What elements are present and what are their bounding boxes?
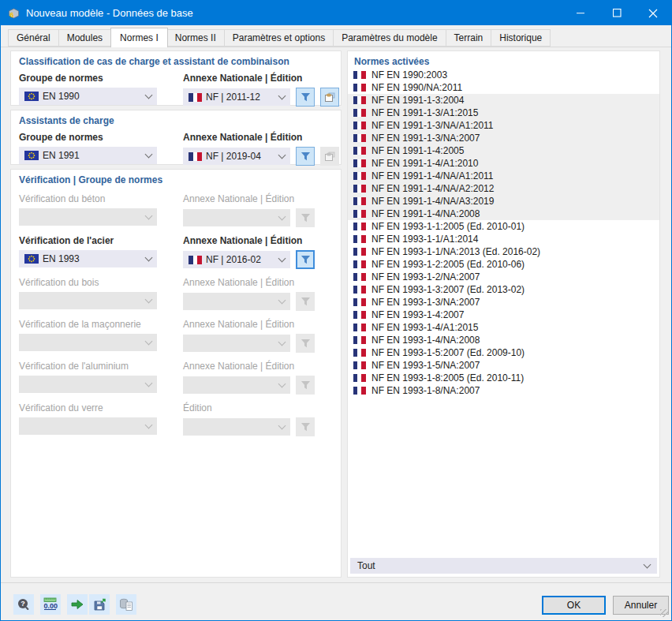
tab-terrain[interactable]: Terrain: [446, 29, 492, 47]
standards-filter-select[interactable]: Tout: [350, 558, 657, 574]
tab-parametres-et-options[interactable]: Paramètres et options: [225, 29, 334, 47]
national-annex-select[interactable]: NF | 2011-12: [183, 88, 290, 106]
tab-normes-ii[interactable]: Normes II: [167, 29, 225, 47]
filter-funnel-icon: [301, 380, 311, 391]
national-annex-select[interactable]: [183, 418, 290, 436]
norm-list-item[interactable]: NF EN 1991-1-4/NA:2008: [348, 208, 659, 220]
close-icon: [648, 9, 658, 18]
norm-list-item[interactable]: NF EN 1993-1-5:2007 (Ed. 2009-10): [348, 346, 659, 359]
tab-historique[interactable]: Historique: [491, 29, 551, 47]
norm-list-item[interactable]: NF EN 1991-1-3/NA/A1:2011: [348, 119, 659, 132]
minimize-button[interactable]: [562, 1, 599, 25]
france-flag-icon: [353, 349, 366, 357]
norm-list-item[interactable]: NF EN 1993-1-3:2007 (Ed. 2013-02): [348, 283, 659, 296]
filter-button[interactable]: [296, 88, 315, 107]
verification-type-label: Vérification du verre: [19, 402, 157, 414]
norm-list-item[interactable]: NF EN 1993-1-4:2007: [348, 309, 659, 321]
norm-list-item[interactable]: NF EN 1991-1-4:2005: [348, 144, 659, 157]
standard-group-select[interactable]: [19, 376, 157, 393]
title-bar[interactable]: 6 Nouveau modèle - Données de base: [1, 1, 671, 25]
national-annex-select[interactable]: [183, 376, 290, 394]
national-annex-select[interactable]: [183, 209, 290, 226]
units-decimals-button[interactable]: 0.00: [40, 594, 61, 615]
annex-value: NF | 2011-12: [206, 92, 260, 103]
standard-group-select[interactable]: EN 1990: [19, 88, 157, 105]
national-annex-select[interactable]: NF | 2019-04: [183, 148, 290, 165]
comment-icon: [70, 598, 84, 611]
norm-list-item[interactable]: NF EN 1991-1-3/A1:2015: [348, 107, 659, 119]
norm-list-item[interactable]: NF EN 1993-1-2/NA:2007: [348, 271, 659, 283]
france-flag-icon: [353, 84, 366, 92]
norm-list-item[interactable]: NF EN 1993-1-8/NA:2007: [348, 384, 659, 397]
norm-list-item[interactable]: NF EN 1990/NA:2011: [348, 81, 659, 94]
eu-flag-icon: [24, 254, 39, 264]
norm-list-item[interactable]: NF EN 1991-1-4/NA/A2:2012: [348, 182, 659, 195]
chevron-down-icon: [145, 254, 153, 262]
standard-group-select[interactable]: EN 1991: [19, 147, 157, 164]
national-annex-select[interactable]: [183, 293, 290, 310]
filter-button[interactable]: [296, 147, 315, 166]
save-template-button[interactable]: [89, 594, 110, 615]
norm-list-item[interactable]: NF EN 1991-1-3:2004: [348, 94, 659, 107]
standard-group-select[interactable]: [19, 334, 157, 351]
verification-type-label: Vérification de la maçonnerie: [19, 319, 157, 331]
filter-funnel-icon: [301, 297, 311, 307]
verification-row: Vérification de l'aluminium Annexe Natio…: [19, 361, 333, 395]
tab-general[interactable]: Général: [8, 29, 59, 47]
ok-button[interactable]: OK: [542, 596, 606, 615]
norm-list-item[interactable]: NF EN 1991-1-4/NA/A1:2011: [348, 170, 659, 182]
filter-button[interactable]: [296, 208, 315, 227]
help-button[interactable]: ?: [13, 594, 34, 615]
norm-list-item[interactable]: NF EN 1993-1-3/NA:2007: [348, 296, 659, 309]
norm-list-item[interactable]: NF EN 1990:2003: [348, 69, 659, 81]
norm-list-item[interactable]: NF EN 1991-1-3/NA:2007: [348, 132, 659, 144]
tab-normes-i[interactable]: Normes I: [110, 28, 168, 47]
filter-button[interactable]: [296, 250, 315, 269]
standard-group-select[interactable]: [19, 208, 157, 226]
norm-label: NF EN 1993-1-4/A1:2015: [371, 322, 478, 333]
norm-list-item[interactable]: NF EN 1993-1-2:2005 (Ed. 2010-06): [348, 258, 659, 271]
section-title: Vérification | Groupe de normes: [11, 170, 341, 185]
annex-value: NF | 2016-02: [206, 254, 261, 265]
verification-row: Vérification du béton Annexe Nationale |…: [19, 193, 333, 227]
standard-group-select[interactable]: [19, 417, 157, 435]
filter-button[interactable]: [296, 376, 315, 395]
maximize-button[interactable]: [599, 1, 635, 25]
norm-label: NF EN 1993-1-2:2005 (Ed. 2010-06): [371, 259, 525, 270]
france-flag-icon: [353, 134, 366, 142]
norm-label: NF EN 1990:2003: [371, 69, 447, 80]
norm-list-item[interactable]: NF EN 1993-1-1:2005 (Ed. 2010-01): [348, 220, 659, 233]
norm-list-item[interactable]: NF EN 1993-1-1/NA:2013 (Ed. 2016-02): [348, 245, 659, 258]
france-flag-icon: [353, 311, 366, 319]
filter-button[interactable]: [296, 292, 315, 311]
help-icon: ?: [17, 597, 31, 612]
standard-group-select[interactable]: EN 1993: [19, 250, 157, 267]
verification-groupbox: Vérification | Groupe de normes Vérifica…: [10, 169, 342, 578]
comment-button[interactable]: [67, 594, 88, 615]
norm-list-item[interactable]: NF EN 1993-1-4/A1:2015: [348, 321, 659, 334]
norm-list-item[interactable]: NF EN 1993-1-1/A1:2014: [348, 233, 659, 245]
verification-row: Vérification du verre Édition: [19, 402, 333, 436]
filter-button[interactable]: [296, 417, 315, 436]
annex-settings-button[interactable]: [320, 147, 339, 166]
filter-button[interactable]: [296, 334, 315, 353]
resize-grip[interactable]: [660, 609, 668, 617]
norm-list-item[interactable]: NF EN 1993-1-5/NA:2007: [348, 359, 659, 372]
tab-modules[interactable]: Modules: [59, 29, 111, 47]
norm-list-item[interactable]: NF EN 1991-1-4/NA/A3:2019: [348, 195, 659, 208]
norm-list-item[interactable]: NF EN 1993-1-8:2005 (Ed. 2010-11): [348, 372, 659, 384]
chevron-down-icon: [145, 151, 153, 159]
verification-type-label: Vérification de l'aluminium: [19, 361, 157, 372]
france-flag-icon: [353, 273, 366, 281]
annex-settings-button[interactable]: [320, 88, 339, 107]
chevron-down-icon: [278, 255, 286, 263]
national-annex-select[interactable]: NF | 2016-02: [183, 251, 290, 268]
copy-model-button[interactable]: [116, 594, 136, 615]
norm-list-item[interactable]: NF EN 1991-1-4/A1:2010: [348, 157, 659, 170]
national-annex-select[interactable]: [183, 335, 290, 352]
tab-parametres-du-modele[interactable]: Paramètres du modèle: [334, 29, 446, 47]
norm-list-item[interactable]: NF EN 1993-1-4/NA:2008: [348, 334, 659, 346]
dialog-new-model-base-data: 6 Nouveau modèle - Données de base Génér…: [0, 0, 672, 621]
standard-group-select[interactable]: [19, 292, 157, 309]
close-button[interactable]: [635, 1, 671, 25]
